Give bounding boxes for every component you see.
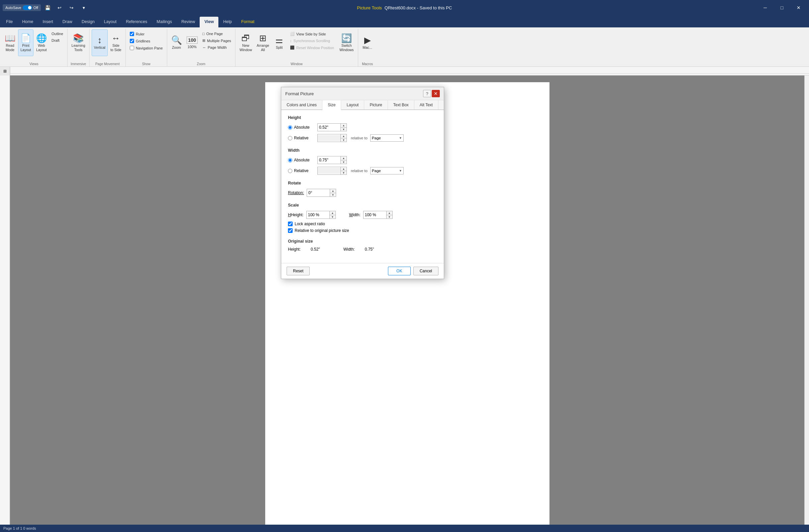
dialog-tab-layout[interactable]: Layout bbox=[341, 100, 364, 110]
width-absolute-down[interactable]: ▼ bbox=[341, 160, 346, 164]
width-relative-up[interactable]: ▲ bbox=[341, 167, 346, 171]
customize-qat-icon[interactable]: ▾ bbox=[79, 3, 88, 12]
height-relative-down[interactable]: ▼ bbox=[341, 138, 346, 142]
side-to-side-button[interactable]: ↔ Sideto Side bbox=[108, 30, 123, 56]
vertical-button[interactable]: ↕ Vertical bbox=[92, 30, 108, 56]
height-absolute-value[interactable] bbox=[318, 124, 341, 130]
height-relative-to-select[interactable]: Page ▼ bbox=[370, 134, 404, 142]
autosave-button[interactable]: AutoSave Off bbox=[3, 4, 41, 11]
width-absolute-value[interactable] bbox=[318, 157, 341, 163]
switch-windows-button[interactable]: 🔄 SwitchWindows bbox=[338, 30, 356, 56]
dialog-tab-colors-lines[interactable]: Colors and Lines bbox=[281, 100, 322, 110]
new-window-button[interactable]: 🗗 NewWindow bbox=[238, 30, 254, 56]
one-page-button[interactable]: □ One Page bbox=[200, 31, 233, 37]
scale-height-value[interactable] bbox=[307, 212, 329, 218]
vertical-scrollbar[interactable] bbox=[804, 75, 809, 532]
dialog-tab-alt-text[interactable]: Alt Text bbox=[414, 100, 438, 110]
height-relative-radio[interactable] bbox=[288, 136, 292, 140]
tab-design[interactable]: Design bbox=[77, 17, 99, 28]
learning-tools-button[interactable]: 📚 LearningTools bbox=[70, 30, 87, 56]
scale-width-value[interactable] bbox=[363, 212, 386, 218]
arrange-all-button[interactable]: ⊞ ArrangeAll bbox=[255, 30, 271, 56]
ok-button[interactable]: OK bbox=[388, 267, 410, 276]
autosave-state: Off bbox=[33, 6, 38, 10]
tab-mailings[interactable]: Mailings bbox=[152, 17, 176, 28]
web-layout-button[interactable]: 🌐 WebLayout bbox=[34, 30, 49, 56]
cancel-button[interactable]: Cancel bbox=[413, 267, 438, 276]
height-absolute-up[interactable]: ▲ bbox=[341, 124, 346, 127]
tab-view[interactable]: View bbox=[200, 17, 218, 28]
relative-original-checkbox[interactable] bbox=[288, 228, 293, 233]
dialog-tab-text-box[interactable]: Text Box bbox=[388, 100, 414, 110]
scale-height-up[interactable]: ▲ bbox=[330, 211, 335, 215]
multiple-pages-button[interactable]: ⊞ Multiple Pages bbox=[200, 37, 233, 44]
ruler-checkbox-row[interactable]: Ruler bbox=[128, 31, 165, 37]
tab-references[interactable]: References bbox=[121, 17, 152, 28]
print-layout-button[interactable]: 📄 PrintLayout bbox=[18, 30, 33, 56]
zoom-100-button[interactable]: 100 100% bbox=[185, 30, 200, 56]
gridlines-checkbox-row[interactable]: Gridlines bbox=[128, 38, 165, 44]
tab-help[interactable]: Help bbox=[218, 17, 237, 28]
navigation-pane-checkbox-row[interactable]: Navigation Pane bbox=[128, 45, 165, 51]
width-relative-to-select[interactable]: Page ▼ bbox=[370, 167, 404, 174]
web-layout-label: WebLayout bbox=[36, 43, 47, 52]
height-absolute-radio-label[interactable]: Absolute bbox=[288, 125, 315, 130]
rotation-up[interactable]: ▲ bbox=[330, 189, 336, 193]
gridlines-checkbox[interactable] bbox=[130, 39, 134, 43]
height-relative-radio-label[interactable]: Relative bbox=[288, 136, 315, 140]
page-width-button[interactable]: ↔ Page Width bbox=[200, 45, 233, 51]
width-absolute-up[interactable]: ▲ bbox=[341, 156, 346, 160]
dialog-close-button[interactable]: ✕ bbox=[432, 90, 440, 97]
rotation-value[interactable] bbox=[307, 190, 330, 196]
tab-file[interactable]: File bbox=[1, 17, 17, 28]
redo-icon[interactable]: ↪ bbox=[67, 3, 76, 12]
outline-label: Outline bbox=[52, 32, 63, 36]
width-relative-radio-label[interactable]: Relative bbox=[288, 169, 315, 173]
lock-aspect-checkbox[interactable] bbox=[288, 221, 293, 226]
height-absolute-down[interactable]: ▼ bbox=[341, 127, 346, 131]
undo-icon[interactable]: ↩ bbox=[55, 3, 64, 12]
read-mode-button[interactable]: 📖 ReadMode bbox=[3, 30, 17, 56]
relative-original-label[interactable]: Relative to original picture size bbox=[295, 228, 349, 233]
macros-button[interactable]: ▶ Mac... bbox=[360, 30, 375, 56]
page-width-icon: ↔ bbox=[202, 46, 206, 50]
close-button[interactable]: ✕ bbox=[791, 0, 806, 15]
tab-insert[interactable]: Insert bbox=[38, 17, 58, 28]
autosave-toggle[interactable] bbox=[23, 5, 32, 10]
scale-width-up[interactable]: ▲ bbox=[386, 211, 392, 215]
maximize-button[interactable]: □ bbox=[774, 0, 790, 15]
save-icon[interactable]: 💾 bbox=[43, 3, 52, 12]
dialog-tab-size[interactable]: Size bbox=[322, 100, 341, 110]
width-relative-radio[interactable] bbox=[288, 169, 292, 173]
dialog-tab-picture[interactable]: Picture bbox=[364, 100, 388, 110]
scale-height-down[interactable]: ▼ bbox=[330, 215, 335, 218]
rotation-spinners: ▲ ▼ bbox=[330, 189, 336, 196]
synchronous-scrolling-button[interactable]: ↕ Synchronous Scrolling bbox=[287, 38, 337, 44]
height-relative-up[interactable]: ▲ bbox=[341, 134, 346, 138]
height-absolute-radio[interactable] bbox=[288, 125, 292, 130]
draft-button[interactable]: Draft bbox=[50, 37, 65, 43]
width-absolute-radio[interactable] bbox=[288, 158, 292, 162]
width-relative-down[interactable]: ▼ bbox=[341, 171, 346, 174]
tab-review[interactable]: Review bbox=[176, 17, 200, 28]
reset-button[interactable]: Reset bbox=[287, 267, 310, 276]
dialog-help-button[interactable]: ? bbox=[423, 90, 431, 97]
scale-width-down[interactable]: ▼ bbox=[386, 215, 392, 218]
outline-button[interactable]: Outline bbox=[50, 31, 65, 37]
scale-section: Scale HHeight: ▲ ▼ bbox=[288, 203, 437, 233]
tab-layout[interactable]: Layout bbox=[99, 17, 121, 28]
ruler-corner[interactable]: ⊞ bbox=[0, 67, 10, 75]
zoom-button[interactable]: 🔍 Zoom bbox=[169, 30, 184, 56]
reset-window-position-button[interactable]: ⬛ Reset Window Position bbox=[287, 45, 337, 51]
tab-draw[interactable]: Draw bbox=[58, 17, 77, 28]
split-button[interactable]: ⚌ Split bbox=[272, 30, 287, 56]
ruler-checkbox[interactable] bbox=[130, 32, 134, 36]
minimize-button[interactable]: ─ bbox=[757, 0, 773, 15]
lock-aspect-label[interactable]: Lock aspect ratio bbox=[295, 221, 325, 226]
tab-format[interactable]: Format bbox=[237, 17, 259, 28]
width-absolute-radio-label[interactable]: Absolute bbox=[288, 158, 315, 162]
rotation-down[interactable]: ▼ bbox=[330, 193, 336, 196]
view-side-by-side-button[interactable]: ⬜ View Side by Side bbox=[287, 31, 337, 37]
navigation-pane-checkbox[interactable] bbox=[130, 46, 134, 50]
tab-home[interactable]: Home bbox=[17, 17, 38, 28]
